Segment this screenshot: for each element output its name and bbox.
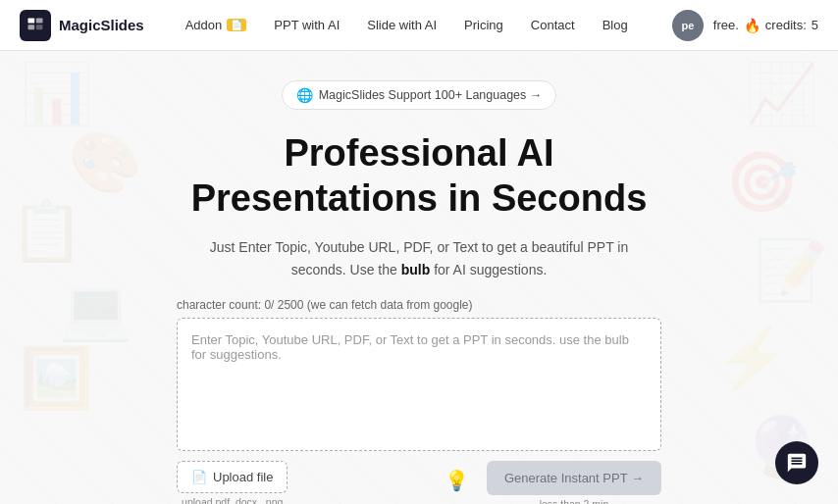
logo-text: MagicSlides — [59, 17, 144, 33]
navbar: MagicSlides Addon 📄 PPT with AI Slide wi… — [0, 0, 838, 51]
svg-rect-3 — [36, 25, 43, 29]
plan-badge: free. — [713, 18, 739, 32]
bottom-row: 📄 Upload file upload pdf, docx...png 💡 G… — [177, 461, 661, 504]
addon-badge: 📄 — [227, 19, 246, 31]
bulb-button[interactable]: 💡 — [437, 461, 477, 500]
svg-rect-0 — [28, 18, 35, 23]
nav-contact[interactable]: Contact — [519, 12, 587, 38]
generate-button[interactable]: Generate Instant PPT → — [487, 461, 661, 495]
nav-ppt-ai[interactable]: PPT with AI — [262, 12, 351, 38]
main-content: 🌐 MagicSlides Support 100+ Languages → P… — [0, 51, 838, 504]
logo[interactable]: MagicSlides — [20, 10, 144, 41]
svg-rect-1 — [36, 18, 43, 23]
topic-input[interactable] — [178, 319, 660, 446]
generate-area: Generate Instant PPT → less than 2 min — [487, 461, 661, 504]
fire-icon: 🔥 — [744, 18, 760, 33]
text-area-wrapper — [177, 318, 661, 451]
nav-pricing[interactable]: Pricing — [452, 12, 515, 38]
support-pill-text: MagicSlides Support 100+ Languages → — [319, 88, 543, 102]
credits-label: credits: — [765, 18, 807, 32]
upload-area: 📄 Upload file upload pdf, docx...png — [177, 461, 288, 504]
generate-hint: less than 2 min — [540, 498, 609, 504]
upload-hint: upload pdf, docx...png — [182, 496, 283, 504]
language-icon: 🌐 — [296, 87, 313, 103]
upload-button[interactable]: 📄 Upload file — [177, 461, 288, 493]
upload-icon: 📄 — [191, 470, 207, 484]
credits-area: free. 🔥 credits: 5 — [713, 18, 818, 33]
svg-rect-2 — [28, 25, 35, 29]
nav-slide-ai[interactable]: Slide with AI — [355, 12, 448, 38]
bulb-icon: 💡 — [445, 469, 469, 492]
nav-right: pe free. 🔥 credits: 5 — [672, 10, 818, 41]
nav-blog[interactable]: Blog — [591, 12, 640, 38]
subtitle: Just Enter Topic, Youtube URL, PDF, or T… — [183, 236, 655, 280]
chat-button[interactable] — [775, 441, 818, 484]
main-title: Professional AI Presentations in Seconds — [191, 131, 648, 221]
char-count: character count: 0/ 2500 (we can fetch d… — [177, 298, 473, 312]
avatar[interactable]: pe — [672, 10, 704, 41]
nav-addon[interactable]: Addon 📄 — [174, 12, 259, 38]
credits-count: 5 — [812, 18, 818, 32]
nav-links: Addon 📄 PPT with AI Slide with AI Pricin… — [174, 12, 672, 38]
support-pill[interactable]: 🌐 MagicSlides Support 100+ Languages → — [282, 80, 557, 110]
logo-icon — [20, 10, 51, 41]
